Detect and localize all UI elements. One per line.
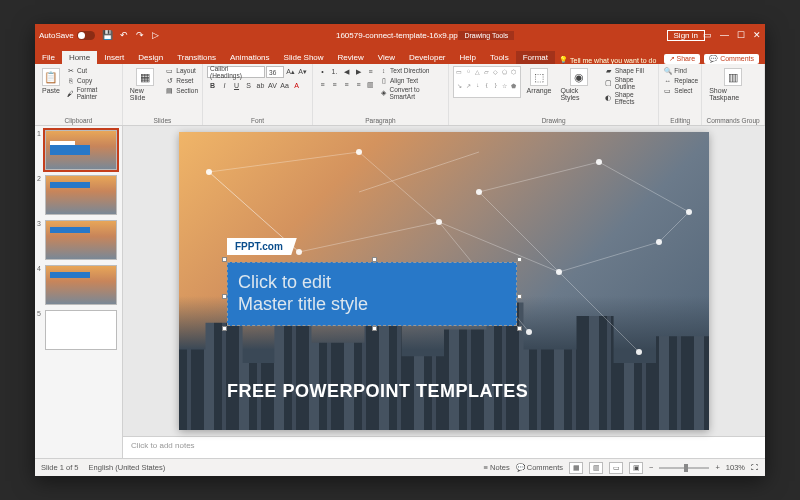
notes-pane[interactable]: Click to add notes [123,436,765,458]
tab-review[interactable]: Review [331,51,371,64]
comments-button[interactable]: 💬 Comments [704,54,759,64]
new-slide-icon: ▦ [136,68,154,86]
indent-inc-button[interactable]: ▶ [353,66,364,77]
text-direction-button[interactable]: ↕Text Direction [379,66,444,75]
align-right-button[interactable]: ≡ [341,79,352,90]
shape-effects-button[interactable]: ◐Shape Effects [604,91,654,105]
tab-help[interactable]: Help [453,51,483,64]
font-size-select[interactable]: 36 [266,66,284,78]
sign-in-button[interactable]: Sign in [667,30,705,41]
language-indicator[interactable]: English (United States) [89,463,166,472]
slide-counter[interactable]: Slide 1 of 5 [41,463,79,472]
zoom-level[interactable]: 103% [726,463,745,472]
arrange-button[interactable]: ⬚Arrange [524,66,555,117]
case-button[interactable]: Aa [279,80,290,91]
close-icon[interactable]: ✕ [753,30,761,40]
thumbnail-2[interactable]: 2 [37,175,120,215]
numbering-button[interactable]: 1. [329,66,340,77]
align-text-button[interactable]: ▯Align Text [379,76,444,85]
slide-canvas[interactable]: FPPT.com Click to editMaster title style… [123,126,765,436]
zoom-slider[interactable] [659,467,709,469]
tab-home[interactable]: Home [62,51,97,64]
tab-insert[interactable]: Insert [97,51,131,64]
new-slide-button[interactable]: ▦New Slide [127,66,163,117]
align-left-button[interactable]: ≡ [317,79,328,90]
thumbnail-1[interactable]: 1 [37,130,120,170]
convert-smartart-button[interactable]: ◈Convert to SmartArt [379,86,444,100]
tab-view[interactable]: View [371,51,402,64]
tab-format[interactable]: Format [516,51,555,64]
autosave-toggle[interactable]: AutoSave [39,31,95,40]
tab-tools[interactable]: Tools [483,51,516,64]
sorter-view-button[interactable]: ▥ [589,462,603,474]
replace-button[interactable]: ↔Replace [663,76,698,85]
slideshow-view-button[interactable]: ▣ [629,462,643,474]
shape-fill-button[interactable]: ▰Shape Fill [604,66,654,75]
normal-view-button[interactable]: ▦ [569,462,583,474]
svg-line-5 [299,222,439,252]
italic-button[interactable]: I [219,80,230,91]
tab-slideshow[interactable]: Slide Show [277,51,331,64]
shape-outline-button[interactable]: ▢Shape Outline [604,76,654,90]
shapes-gallery[interactable]: ▭○△▱◇⬠⬡↘↗↓{}☆⬟ [453,66,521,98]
tab-transitions[interactable]: Transitions [170,51,223,64]
layout-button[interactable]: ▭Layout [165,66,198,75]
format-painter-button[interactable]: 🖌Format Painter [66,86,118,100]
reset-button[interactable]: ↺Reset [165,76,198,85]
align-center-button[interactable]: ≡ [329,79,340,90]
comments-toggle[interactable]: 💬 Comments [516,463,563,472]
bullets-button[interactable]: • [317,66,328,77]
columns-button[interactable]: ▥ [365,79,376,90]
font-name-select[interactable]: Calibri (Headings) [207,66,265,78]
minimize-icon[interactable]: — [720,30,729,40]
tab-design[interactable]: Design [131,51,170,64]
cut-button[interactable]: ✂Cut [66,66,118,75]
svg-line-13 [659,212,689,242]
group-slides: ▦New Slide ▭Layout ↺Reset ▤Section Slide… [123,64,203,125]
section-button[interactable]: ▤Section [165,86,198,95]
indent-dec-button[interactable]: ◀ [341,66,352,77]
tell-me-search[interactable]: 💡Tell me what you want to do [559,56,656,64]
tab-animations[interactable]: Animations [223,51,277,64]
justify-button[interactable]: ≡ [353,79,364,90]
shadow-button[interactable]: ab [255,80,266,91]
start-icon[interactable]: ▷ [151,30,161,40]
svg-line-0 [209,152,359,172]
save-icon[interactable]: 💾 [103,30,113,40]
maximize-icon[interactable]: ☐ [737,30,745,40]
tab-file[interactable]: File [35,51,62,64]
find-button[interactable]: 🔍Find [663,66,698,75]
svg-point-23 [526,329,532,335]
thumbnail-3[interactable]: 3 [37,220,120,260]
zoom-out-button[interactable]: − [649,463,653,472]
line-spacing-button[interactable]: ≡ [365,66,376,77]
document-title: 160579-connect-template-16x9.pptx [336,31,464,40]
grow-font-icon[interactable]: A▴ [285,67,296,78]
thumbnail-4[interactable]: 4 [37,265,120,305]
quick-styles-button[interactable]: ◉Quick Styles [557,66,601,117]
zoom-in-button[interactable]: + [715,463,719,472]
bold-button[interactable]: B [207,80,218,91]
font-color-button[interactable]: A [291,80,302,91]
undo-icon[interactable]: ↶ [119,30,129,40]
paste-button[interactable]: 📋Paste [39,66,63,117]
show-taskpane-button[interactable]: ▥Show Taskpane [706,66,760,117]
taskpane-icon: ▥ [724,68,742,86]
shrink-font-icon[interactable]: A▾ [297,67,308,78]
notes-toggle[interactable]: ≡ Notes [484,463,510,472]
tab-developer[interactable]: Developer [402,51,452,64]
redo-icon[interactable]: ↷ [135,30,145,40]
copy-button[interactable]: ⎘Copy [66,76,118,85]
select-button[interactable]: ▭Select [663,86,698,95]
toggle-icon [77,31,95,40]
svg-point-21 [556,269,562,275]
title-placeholder[interactable]: Click to editMaster title style [227,262,517,326]
reading-view-button[interactable]: ▭ [609,462,623,474]
thumbnail-5[interactable]: 5 [37,310,120,350]
spacing-button[interactable]: AV [267,80,278,91]
strike-button[interactable]: S [243,80,254,91]
underline-button[interactable]: U [231,80,242,91]
fit-window-button[interactable]: ⛶ [751,463,759,472]
share-button[interactable]: ↗ Share [664,54,701,64]
arrange-icon: ⬚ [530,68,548,86]
